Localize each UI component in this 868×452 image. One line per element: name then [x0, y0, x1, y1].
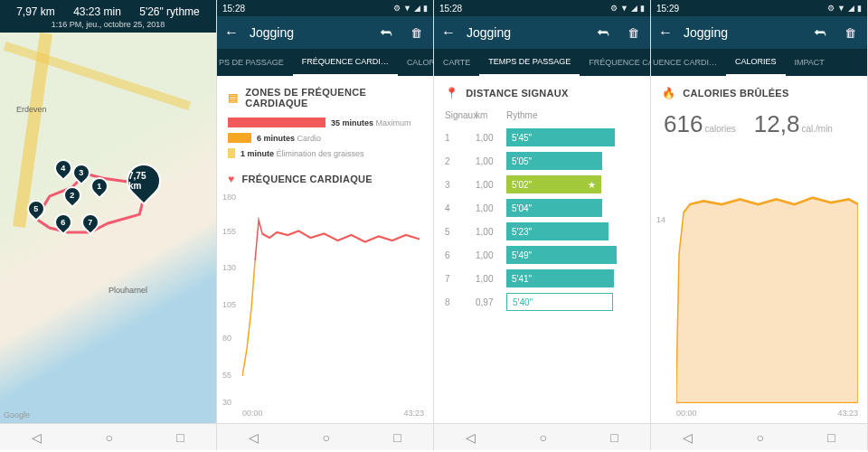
android-navbar: ◁ ○ □	[0, 423, 216, 450]
screen-heart-rate: 15:28 ⚙▼◢▮ ← Jogging ⮪ 🗑 PS DE PASSAGE F…	[217, 0, 434, 450]
nav-back-icon[interactable]: ◁	[249, 430, 259, 445]
map-canvas[interactable]: Erdeven Plouharnel 4 3 2 5 6 7 1 7,75 km…	[0, 33, 216, 423]
zone-row: 35 minutes Maximum	[217, 116, 433, 131]
split-bar: 5'40"	[506, 293, 613, 311]
zone-bar	[228, 148, 235, 158]
splits-heading: 📍 DISTANCE SIGNAUX	[434, 76, 650, 107]
heart-icon: ♥	[228, 173, 234, 185]
nav-back-icon[interactable]: ◁	[32, 430, 42, 445]
split-row: 80,97 5'40"	[434, 290, 650, 314]
delete-button[interactable]: 🗑	[624, 26, 643, 40]
status-time: 15:29	[656, 4, 679, 14]
split-bar: 5'49"	[506, 246, 617, 264]
split-row: 71,00 5'41"	[434, 267, 650, 290]
nav-home-icon[interactable]: ○	[540, 430, 547, 445]
status-bar: 15:28 ⚙▼◢▮	[434, 0, 650, 16]
y-tick: 14	[656, 215, 665, 224]
tab-impact[interactable]: IMPACT	[786, 49, 834, 76]
cal-x-axis: 00:0043:23	[651, 407, 867, 423]
hr-x-axis: 00:0043:23	[217, 407, 433, 423]
nav-back-icon[interactable]: ◁	[466, 430, 476, 445]
duration-value: 43:23 min	[73, 5, 121, 18]
android-navbar: ◁ ○ □	[651, 423, 867, 450]
hr-chart: 180 155 130 105 80 55 30	[217, 193, 433, 407]
google-logo: Google	[4, 410, 30, 419]
zone-bar	[228, 133, 251, 143]
star-icon: ★	[588, 180, 596, 190]
share-button[interactable]: ⮪	[377, 26, 396, 40]
zones-heading: ▤ ZONES DE FRÉQUENCE CARDIAQUE	[217, 76, 433, 116]
zone-row: 6 minutes Cardio	[217, 131, 433, 146]
tab-splits[interactable]: PS DE PASSAGE	[217, 49, 293, 76]
status-icons: ⚙▼◢▮	[610, 4, 645, 13]
date-label: 1:16 PM, jeu., octobre 25, 2018	[7, 20, 209, 29]
tab-bar: UENCE CARDI… CALORIES IMPACT	[651, 49, 867, 76]
nav-recent-icon[interactable]: □	[827, 430, 835, 445]
android-navbar: ◁ ○ □	[434, 423, 650, 450]
screen-map: 7,97 km 43:23 min 5'26" rythme 1:16 PM, …	[0, 0, 217, 450]
status-icons: ⚙▼◢▮	[393, 4, 428, 13]
split-bar: 5'02"★	[506, 175, 601, 193]
share-button[interactable]: ⮪	[811, 26, 830, 40]
split-row: 61,00 5'49"	[434, 243, 650, 267]
split-header-row: Signaux km Rythme	[434, 110, 650, 120]
screen-calories: 15:29 ⚙▼◢▮ ← Jogging ⮪ 🗑 UENCE CARDI… CA…	[651, 0, 868, 450]
hr-heading: ♥ FRÉQUENCE CARDIAQUE	[217, 162, 433, 193]
split-row: 51,00 5'23"	[434, 220, 650, 243]
nav-home-icon[interactable]: ○	[757, 430, 764, 445]
zone-label: 35 minutes Maximum	[331, 118, 411, 127]
split-bar: 5'05"	[506, 152, 602, 170]
calories-rate: 12,8	[754, 110, 800, 137]
distance-value: 7,97 km	[16, 5, 55, 18]
nav-recent-icon[interactable]: □	[610, 430, 618, 445]
tab-calories[interactable]: CALORIES	[726, 49, 786, 76]
delete-button[interactable]: 🗑	[407, 26, 426, 40]
tab-heart-rate[interactable]: UENCE CARDI…	[651, 49, 726, 76]
split-row: 11,00 5'45"	[434, 126, 650, 149]
flame-icon: 🔥	[662, 87, 675, 99]
page-title: Jogging	[250, 25, 366, 40]
status-time: 15:28	[222, 4, 245, 14]
tab-heart-rate[interactable]: FRÉQUENCE CARDI…	[293, 49, 398, 76]
pin-icon: 📍	[445, 87, 458, 99]
bars-icon: ▤	[228, 91, 238, 104]
status-time: 15:28	[439, 4, 462, 14]
tab-bar: CARTE TEMPS DE PASSAGE FRÉQUENCE CAR	[434, 49, 650, 76]
share-button[interactable]: ⮪	[594, 26, 613, 40]
app-header: ← Jogging ⮪ 🗑	[217, 16, 433, 49]
page-title: Jogging	[467, 25, 583, 40]
nav-back-icon[interactable]: ◁	[683, 430, 693, 445]
back-button[interactable]: ←	[441, 24, 456, 41]
delete-button[interactable]: 🗑	[841, 26, 860, 40]
back-button[interactable]: ←	[224, 24, 239, 41]
calories-summary: 616calories 12,8cal./min	[651, 107, 867, 147]
nav-home-icon[interactable]: ○	[106, 430, 113, 445]
tab-calories[interactable]: CALORIES	[398, 49, 433, 76]
status-bar: 15:29 ⚙▼◢▮	[651, 0, 867, 16]
tab-heart-rate[interactable]: FRÉQUENCE CAR	[580, 49, 650, 76]
tab-bar: PS DE PASSAGE FRÉQUENCE CARDI… CALORIES	[217, 49, 433, 76]
tab-map[interactable]: CARTE	[434, 49, 479, 76]
split-bar: 5'23"	[506, 222, 609, 240]
screen-splits: 15:28 ⚙▼◢▮ ← Jogging ⮪ 🗑 CARTE TEMPS DE …	[434, 0, 651, 450]
page-title: Jogging	[684, 25, 800, 40]
split-row: 31,00 5'02"★	[434, 173, 650, 196]
zone-label: 6 minutes Cardio	[257, 134, 321, 143]
calories-total: 616	[664, 110, 703, 137]
zone-bar	[228, 118, 326, 127]
zone-row: 1 minute Élimination des graisses	[217, 146, 433, 162]
split-bar: 5'45"	[506, 128, 615, 146]
status-bar: 15:28 ⚙▼◢▮	[217, 0, 433, 16]
app-header: ← Jogging ⮪ 🗑	[434, 16, 650, 49]
nav-recent-icon[interactable]: □	[176, 430, 184, 445]
split-bar: 5'41"	[506, 269, 614, 287]
tab-splits[interactable]: TEMPS DE PASSAGE	[479, 49, 580, 76]
android-navbar: ◁ ○ □	[217, 423, 433, 450]
back-button[interactable]: ←	[658, 24, 673, 41]
nav-home-icon[interactable]: ○	[323, 430, 330, 445]
calories-heading: 🔥 CALORIES BRÛLÉES	[651, 76, 867, 107]
zone-label: 1 minute Élimination des graisses	[241, 149, 364, 158]
nav-recent-icon[interactable]: □	[393, 430, 401, 445]
split-row: 21,00 5'05"	[434, 149, 650, 173]
map-summary-bar: 7,97 km 43:23 min 5'26" rythme 1:16 PM, …	[0, 0, 216, 33]
